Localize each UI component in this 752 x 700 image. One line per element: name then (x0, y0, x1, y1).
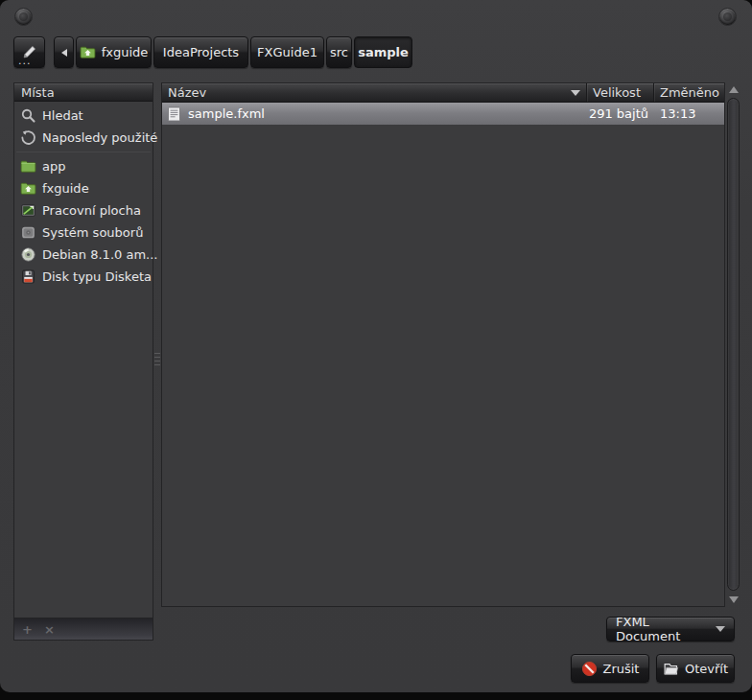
file-size: 291 bajtů (586, 106, 653, 121)
breadcrumb-sample-current[interactable]: sample (354, 36, 412, 68)
sidebar-item-search[interactable]: Hledat (14, 105, 153, 127)
sidebar-item-filesystem[interactable]: Systém souborů (14, 222, 153, 244)
places-title: Místa (21, 85, 55, 100)
window-right-orb-button[interactable] (718, 8, 737, 26)
bookmark-actions-bar: + × (13, 618, 153, 641)
splitter-grip-icon (154, 353, 160, 366)
folder-icon (20, 158, 36, 175)
breadcrumb-src[interactable]: src (326, 36, 352, 68)
sidebar-item-label: Disk typu Disketa (42, 269, 152, 284)
breadcrumb-fxguide1[interactable]: FXGuide1 (250, 36, 324, 68)
orb-dot (723, 12, 732, 21)
places-header: Místa (14, 83, 153, 102)
sidebar-item-label: Systém souborů (42, 225, 143, 240)
breadcrumb-label: sample (358, 45, 409, 59)
file-name: sample.fxml (188, 106, 265, 121)
back-arrow-icon (59, 48, 69, 58)
desktop-icon (20, 202, 36, 219)
floppy-icon (20, 268, 36, 285)
open-folder-icon (663, 661, 679, 677)
sidebar-item-home-fxguide[interactable]: fxguide (14, 177, 153, 199)
open-button[interactable]: Otevřít (656, 654, 735, 683)
column-header-modified[interactable]: Změněno (653, 83, 724, 102)
file-list-header: Název Velikost Změněno (162, 83, 724, 103)
sidebar-item-label: Naposledy použité (42, 130, 157, 145)
breadcrumb-fxguide[interactable]: fxguide (76, 36, 152, 68)
cancel-icon (581, 661, 598, 677)
sidebar-item-app[interactable]: app (14, 155, 153, 177)
ellipsis-label: ... (18, 55, 32, 67)
sidebar-item-label: fxguide (42, 181, 89, 196)
file-row-selected[interactable]: sample.fxml 291 bajtů 13:13 (162, 103, 724, 125)
sort-descending-icon (571, 90, 580, 96)
remove-bookmark-button[interactable]: × (44, 623, 55, 636)
file-chooser-dialog: ... fxguide IdeaProjects FXGuide1 src sa… (0, 0, 752, 692)
column-header-name[interactable]: Název (162, 83, 586, 102)
home-folder-icon (80, 44, 96, 60)
sidebar-separator (16, 152, 151, 152)
sidebar-item-label: app (42, 159, 65, 174)
column-label: Změněno (660, 85, 719, 100)
window-left-orb-button[interactable] (14, 8, 33, 26)
breadcrumb-ideaprojects[interactable]: IdeaProjects (153, 36, 248, 68)
home-folder-icon (20, 180, 36, 197)
cancel-button[interactable]: Zrušit (571, 654, 649, 683)
pane-splitter[interactable] (153, 82, 161, 607)
vertical-scrollbar[interactable] (726, 82, 741, 607)
file-type-dropdown[interactable]: FXML Document (606, 617, 735, 642)
places-sidebar: Místa Hledat Naposledy použité (13, 82, 153, 618)
recent-icon (20, 129, 36, 146)
scroll-down-icon[interactable] (729, 596, 739, 603)
sidebar-item-debian-disc[interactable]: Debian 8.1.0 am... (14, 244, 153, 266)
orb-dot (19, 12, 28, 21)
column-label: Velikost (593, 85, 641, 100)
type-location-button[interactable]: ... (13, 36, 45, 68)
column-label: Název (168, 85, 206, 100)
file-type-value: FXML Document (616, 615, 710, 643)
optical-disc-icon (20, 246, 36, 263)
sidebar-item-label: Hledat (42, 108, 83, 123)
search-icon (20, 107, 36, 124)
cancel-label: Zrušit (603, 662, 640, 676)
document-icon (167, 106, 181, 122)
breadcrumb-label: IdeaProjects (163, 45, 239, 59)
filesystem-icon (20, 224, 36, 241)
scroll-up-icon[interactable] (729, 86, 739, 93)
scrollbar-thumb[interactable] (727, 98, 740, 591)
breadcrumb-label: FXGuide1 (257, 45, 317, 59)
column-header-size[interactable]: Velikost (586, 83, 653, 102)
breadcrumb-label: src (330, 45, 348, 59)
chevron-down-icon (716, 626, 725, 632)
breadcrumb-label: fxguide (102, 45, 149, 59)
path-toolbar: ... fxguide IdeaProjects FXGuide1 src sa… (0, 33, 752, 71)
file-modified: 13:13 (653, 106, 724, 121)
sidebar-item-floppy[interactable]: Disk typu Disketa (14, 266, 153, 288)
file-list-panel: Název Velikost Změněno sample.fxml (161, 82, 725, 607)
open-label: Otevřít (685, 662, 728, 676)
sidebar-item-recently-used[interactable]: Naposledy použité (14, 127, 153, 149)
sidebar-item-label: Debian 8.1.0 am... (42, 247, 157, 262)
sidebar-item-label: Pracovní plocha (42, 203, 141, 218)
add-bookmark-button[interactable]: + (22, 623, 33, 636)
sidebar-item-desktop[interactable]: Pracovní plocha (14, 199, 153, 222)
back-button[interactable] (54, 36, 74, 68)
